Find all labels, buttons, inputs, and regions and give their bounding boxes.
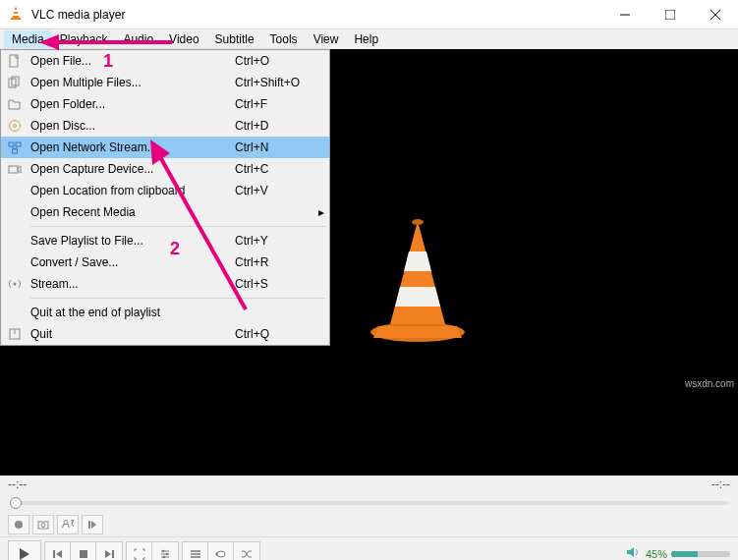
menu-shortcut: Ctrl+V xyxy=(235,184,329,197)
menu-label: Open Multiple Files... xyxy=(28,76,235,89)
svg-marker-9 xyxy=(373,326,462,338)
menu-open-folder[interactable]: Open Folder... Ctrl+F xyxy=(1,93,329,115)
svg-marker-0 xyxy=(12,6,20,19)
menu-stream[interactable]: Stream... Ctrl+S xyxy=(1,273,329,295)
menu-bar: Media Playback Audio Video Subtitle Tool… xyxy=(0,29,738,49)
menu-subtitle[interactable]: Subtitle xyxy=(207,30,262,48)
menu-label: Open Disc... xyxy=(28,119,235,133)
svg-rect-38 xyxy=(80,550,87,558)
next-button[interactable] xyxy=(96,542,122,561)
menu-shortcut: Ctrl+D xyxy=(235,119,329,133)
svg-rect-1 xyxy=(11,18,21,20)
annotation-label-1: 1 xyxy=(103,51,113,72)
svg-marker-34 xyxy=(91,521,96,529)
menu-label: Open Recent Media xyxy=(28,205,219,219)
menu-label: Quit at the end of playlist xyxy=(28,306,235,319)
menu-save-playlist[interactable]: Save Playlist to File... Ctrl+Y xyxy=(1,230,329,252)
menu-label: Open Location from clipboard xyxy=(28,184,235,197)
files-icon xyxy=(1,76,28,89)
volume-slider[interactable] xyxy=(671,551,730,557)
menu-convert-save[interactable]: Convert / Save... Ctrl+R xyxy=(1,252,329,273)
menu-shortcut: Ctrl+S xyxy=(235,277,329,291)
playlist-button[interactable] xyxy=(183,542,208,561)
menu-label: Convert / Save... xyxy=(28,255,235,269)
menu-quit[interactable]: Quit Ctrl+Q xyxy=(1,323,329,345)
prev-button[interactable] xyxy=(45,542,71,561)
app-icon xyxy=(8,5,24,24)
svg-point-18 xyxy=(14,125,17,128)
media-menu-dropdown: Open File... Ctrl+O Open Multiple Files.… xyxy=(0,49,330,346)
menu-open-clipboard[interactable]: Open Location from clipboard Ctrl+V xyxy=(1,180,329,201)
svg-rect-21 xyxy=(13,149,18,153)
speaker-icon[interactable] xyxy=(626,545,642,560)
time-status-bar: --:-- --:-- xyxy=(0,476,738,493)
seek-knob[interactable] xyxy=(10,497,22,509)
close-button[interactable] xyxy=(693,0,738,29)
svg-point-26 xyxy=(14,283,17,286)
svg-text:A↻: A↻ xyxy=(62,520,74,530)
fullscreen-button[interactable] xyxy=(127,542,152,561)
quit-icon xyxy=(1,327,28,341)
svg-rect-40 xyxy=(112,550,114,558)
menu-shortcut: Ctrl+N xyxy=(235,140,329,154)
loop-button[interactable] xyxy=(208,542,234,561)
svg-point-46 xyxy=(163,555,166,558)
menu-open-recent[interactable]: Open Recent Media ▸ xyxy=(1,201,329,223)
shuffle-button[interactable] xyxy=(234,542,259,561)
play-button[interactable] xyxy=(8,540,41,561)
menu-view[interactable]: View xyxy=(306,30,347,48)
menu-audio[interactable]: Audio xyxy=(115,30,161,48)
volume-percent: 45% xyxy=(646,548,667,560)
svg-rect-5 xyxy=(665,10,675,20)
nav-buttons xyxy=(44,541,123,561)
menu-tools[interactable]: Tools xyxy=(262,30,306,48)
svg-marker-11 xyxy=(404,252,431,271)
menu-shortcut: Ctrl+R xyxy=(235,255,329,269)
svg-marker-39 xyxy=(105,550,111,558)
menu-label: Open File... xyxy=(28,54,235,68)
main-controls: 45% xyxy=(0,536,738,560)
atob-loop-button[interactable]: A↻ xyxy=(57,515,79,534)
menu-shortcut: Ctrl+C xyxy=(235,162,329,176)
capture-icon xyxy=(1,162,28,176)
title-bar: VLC media player xyxy=(0,0,738,29)
svg-rect-14 xyxy=(10,55,18,67)
svg-marker-50 xyxy=(215,552,217,556)
folder-icon xyxy=(1,97,28,111)
svg-rect-20 xyxy=(16,142,21,146)
menu-separator xyxy=(30,298,325,299)
playlist-buttons xyxy=(182,541,260,561)
svg-rect-3 xyxy=(13,14,19,16)
window-controls xyxy=(602,0,738,29)
svg-rect-2 xyxy=(14,10,19,12)
minimize-button[interactable] xyxy=(602,0,648,29)
seek-track[interactable] xyxy=(10,501,728,505)
menu-quit-end-playlist[interactable]: Quit at the end of playlist xyxy=(1,302,329,323)
seek-bar[interactable] xyxy=(0,493,738,513)
menu-open-file[interactable]: Open File... Ctrl+O xyxy=(1,50,329,72)
snapshot-button[interactable] xyxy=(32,515,54,534)
svg-rect-36 xyxy=(53,550,55,558)
menu-open-capture[interactable]: Open Capture Device... Ctrl+C xyxy=(1,158,329,180)
svg-point-31 xyxy=(41,524,45,528)
menu-label: Save Playlist to File... xyxy=(28,234,235,248)
menu-label: Open Capture Device... xyxy=(28,162,235,176)
menu-separator xyxy=(30,226,325,227)
maximize-button[interactable] xyxy=(648,0,693,29)
menu-playback[interactable]: Playback xyxy=(52,30,116,48)
frame-step-button[interactable] xyxy=(82,515,103,534)
menu-open-network-stream[interactable]: Open Network Stream... Ctrl+N xyxy=(1,137,329,158)
menu-help[interactable]: Help xyxy=(346,30,386,48)
menu-video[interactable]: Video xyxy=(161,30,206,48)
menu-media[interactable]: Media xyxy=(4,30,52,48)
svg-marker-35 xyxy=(20,548,29,560)
svg-point-29 xyxy=(15,521,23,529)
stop-button[interactable] xyxy=(71,542,96,561)
svg-point-44 xyxy=(162,549,165,552)
menu-open-multiple[interactable]: Open Multiple Files... Ctrl+Shift+O xyxy=(1,72,329,93)
ext-settings-button[interactable] xyxy=(152,542,178,561)
menu-label: Open Folder... xyxy=(28,97,235,111)
menu-open-disc[interactable]: Open Disc... Ctrl+D xyxy=(1,115,329,137)
submenu-arrow-icon: ▸ xyxy=(313,205,329,219)
record-button[interactable] xyxy=(8,515,29,534)
